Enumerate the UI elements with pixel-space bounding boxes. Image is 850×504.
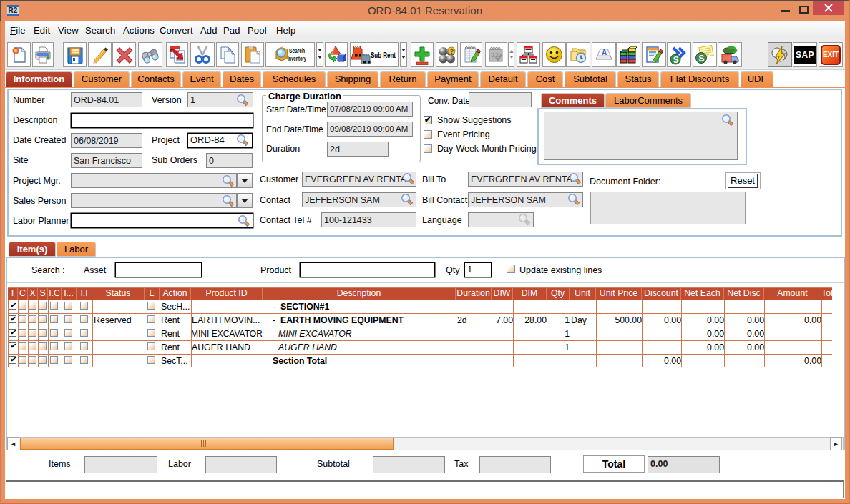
svg-text:Search: Search [289,47,305,54]
svg-text:S: S [673,54,679,64]
svg-text:Sub Rent: Sub Rent [371,51,396,59]
svg-text:?: ? [450,48,454,55]
svg-text:A: A [602,49,607,56]
svg-text:Inventory: Inventory [288,55,306,62]
svg-text:S: S [699,53,705,63]
svg-text:12: 12 [492,51,499,59]
